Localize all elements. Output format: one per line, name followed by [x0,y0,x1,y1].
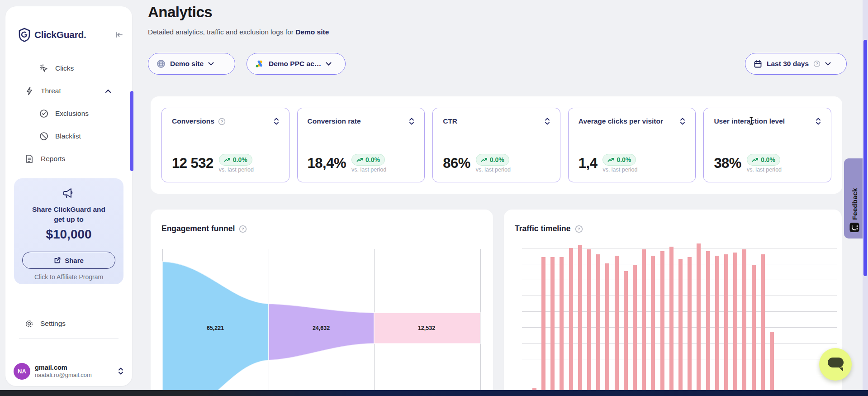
metric-select-icon[interactable] [274,118,279,125]
bottom-edge-bar [0,390,868,396]
traffic-bar [752,265,756,396]
traffic-bar [688,257,692,396]
traffic-bar [669,247,674,396]
site-filter-dropdown[interactable]: Demo site [148,53,235,75]
traffic-bar [587,249,591,396]
kpi-value: 86% [443,155,470,172]
ban-icon [39,131,49,141]
traffic-bar [733,253,737,396]
unfold-chevrons-icon [118,367,124,375]
kpi-card-conversions: Conversions ? 12 532 0.0% vs. last perio… [161,108,289,182]
traffic-timeline-panel: Traffic timeline ? [504,210,842,396]
kpi-label: Conversion rate [308,117,361,125]
traffic-bar [697,243,701,396]
trending-up-icon [752,157,759,162]
delta-badge: 0.0% [351,154,385,166]
feedback-tab-label: Feedback [850,166,858,220]
avatar: NA [14,363,30,380]
external-link-icon [54,257,61,264]
sidebar-item-label: Threat [41,87,61,95]
traffic-bar [761,254,765,396]
traffic-bar [633,265,637,396]
traffic-bar [742,249,746,396]
funnel-value-label: 12,532 [418,325,435,331]
sidebar-collapse-button[interactable] [113,29,126,41]
badge-check-icon [39,109,49,119]
chat-launcher-button[interactable] [819,348,852,381]
share-button[interactable]: Share [22,252,115,269]
sidebar-item-exclusions[interactable]: Exclusions [5,102,132,125]
promo-amount: $10,000 [14,227,123,242]
sidebar-item-reports[interactable]: Reports [5,148,132,170]
traffic-bar [541,257,545,396]
chevron-down-icon [208,62,214,66]
kpi-compare-caption: vs. last period [476,167,511,173]
sidebar-item-label: Exclusions [55,110,89,118]
funnel-chart [151,210,493,396]
chevron-up-icon[interactable] [105,89,111,93]
calendar-icon [754,60,762,68]
traffic-bar [615,256,619,396]
lightning-icon [24,86,34,96]
trending-up-icon [607,157,614,162]
traffic-bar [605,263,609,396]
traffic-bar [560,257,564,396]
sidebar-item-blacklist[interactable]: Blacklist [5,125,132,148]
sidebar-item-settings[interactable]: Settings [5,312,132,335]
kpi-value: 1,4 [579,155,598,172]
sidebar-item-threat[interactable]: Threat [5,80,132,102]
traffic-bar [678,259,683,396]
kpi-value: 12 532 [172,155,213,172]
metric-select-icon[interactable] [409,118,414,125]
brand-logo: ClickGuard. [18,25,126,44]
ppc-filter-label: Demo PPC ac… [269,60,321,68]
svg-text:?: ? [816,62,818,66]
traffic-bar [550,257,555,396]
cursor-click-icon [39,63,49,73]
sidebar-nav: Clicks Threat [5,57,132,170]
traffic-bar [569,248,573,396]
trending-up-icon [481,157,488,162]
document-icon [24,154,34,164]
chevron-down-icon [326,62,332,66]
traffic-bar [715,256,719,396]
kpi-value: 18,4% [308,155,346,172]
sidebar-item-clicks[interactable]: Clicks [5,57,132,80]
scrollbar-thumb[interactable] [863,40,867,276]
promo-footer-text: Click to Affiliate Program [14,273,123,281]
chat-bubble-tail [839,367,843,372]
gear-icon [24,319,34,329]
kpi-panel: Conversions ? 12 532 0.0% vs. last perio… [151,96,842,194]
analytics-page: ClickGuard. Clicks [0,0,868,396]
metric-select-icon[interactable] [680,118,685,125]
date-range-dropdown[interactable]: Last 30 days ? [745,53,847,75]
affiliate-promo-card: Share ClickGuard and get up to $10,000 S… [14,178,123,284]
metric-select-icon[interactable] [816,118,821,125]
traffic-bar [651,256,655,396]
ppc-account-dropdown[interactable]: Demo PPC ac… [247,53,346,75]
kpi-card-avg-clicks: Average clicks per visitor 1,4 0.0% vs. … [568,108,696,182]
account-name: gmail.com [35,363,92,372]
text-cursor [749,116,754,125]
delta-badge: 0.0% [602,154,636,166]
page-subtitle: Detailed analytics, traffic and exclusio… [148,28,329,36]
account-switcher[interactable]: NA gmail.com naatali.ro@gmail.com [5,355,132,387]
traffic-bar [642,249,646,396]
traffic-bar [624,271,628,396]
share-button-label: Share [65,257,84,264]
kpi-label: CTR [443,117,457,125]
sidebar-item-label: Clicks [55,64,74,72]
brand-name: ClickGuard. [34,29,86,40]
kpi-label: Average clicks per visitor [579,117,663,125]
page-title: Analytics [148,4,212,21]
help-icon[interactable]: ? [813,60,821,67]
kpi-card-ctr: CTR 86% 0.0% vs. last period [432,108,560,182]
collapse-arrow-icon [115,30,124,39]
kpi-compare-caption: vs. last period [747,167,782,173]
kpi-compare-caption: vs. last period [602,167,637,173]
funnel-value-label: 65,221 [207,325,224,331]
traffic-bar [770,332,774,396]
help-icon[interactable]: ? [218,118,226,125]
metric-select-icon[interactable] [545,118,550,125]
feedback-tab[interactable]: Feedback [844,158,864,239]
